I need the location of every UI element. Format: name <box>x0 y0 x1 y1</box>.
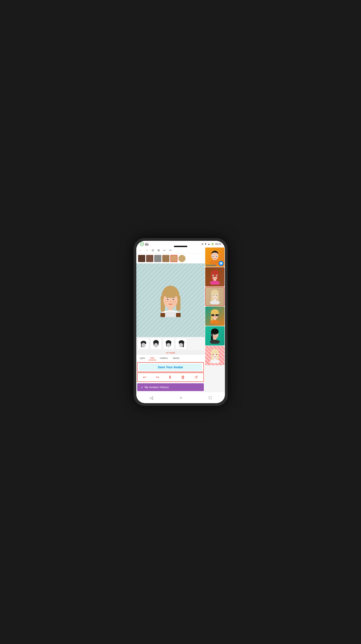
signal-icon: ▲ <box>208 242 210 245</box>
zoom-in-button[interactable]: ⊕ <box>156 248 161 252</box>
speaker <box>174 246 187 247</box>
save-avatar-button[interactable]: Save Your Avatar <box>139 364 202 371</box>
svg-point-83 <box>216 354 217 355</box>
svg-rect-77 <box>217 352 219 360</box>
svg-point-56 <box>212 295 213 296</box>
svg-point-82 <box>212 354 213 355</box>
svg-point-27 <box>167 343 171 348</box>
tab-backs[interactable]: backs <box>171 356 181 360</box>
redo-button[interactable]: ↪ <box>168 248 173 252</box>
avatar-thumb-bg-3 <box>206 287 224 306</box>
tab-eyes[interactable]: eyes <box>138 356 147 360</box>
battery-level: 73 <box>140 242 144 246</box>
hair-option-4[interactable] <box>175 338 187 350</box>
toolbar: ← → ⊖ ⊕ ↩ ↪ <box>136 247 205 254</box>
avatar-thumb-2[interactable] <box>205 267 224 286</box>
avatarium-label: AVATARIUM <box>206 264 218 266</box>
battery-icon: 🔋 <box>211 242 214 246</box>
avatar-thumb-bg-6 <box>205 346 224 365</box>
reset-button[interactable]: ↺ <box>193 374 200 380</box>
share-local-button[interactable]: ↩ <box>141 374 148 380</box>
time-display: 20:23 <box>215 242 221 245</box>
phone-frame: 73 🤖 ⊖ ▼ ▲ 🔋 20:23 ← → <box>134 238 228 406</box>
hair-option-3[interactable] <box>163 338 174 350</box>
phone-inner: 73 🤖 ⊖ ▼ ▲ 🔋 20:23 ← → <box>136 241 225 403</box>
status-left: 73 🤖 <box>140 242 149 246</box>
undo-button[interactable]: ↩ <box>162 248 167 252</box>
screen: 73 🤖 ⊖ ▼ ▲ 🔋 20:23 ← → <box>136 241 225 403</box>
color-swatch-4[interactable] <box>162 255 169 262</box>
svg-point-12 <box>172 298 174 300</box>
svg-point-36 <box>212 256 213 257</box>
svg-point-43 <box>210 281 220 285</box>
history-label: My Avatars History <box>145 386 169 389</box>
download-button[interactable]: ⬇ <box>167 374 173 380</box>
svg-rect-65 <box>214 315 216 315</box>
svg-rect-64 <box>216 314 218 316</box>
svg-point-15 <box>170 301 171 302</box>
hair-selector <box>136 337 205 350</box>
history-icon: ☺ <box>140 386 143 389</box>
avatar-thumb-1[interactable]: AVATARIUM <box>205 248 224 267</box>
color-swatch-6[interactable] <box>178 255 186 262</box>
nav-home-button[interactable]: ○ <box>176 394 186 401</box>
forward-button[interactable]: → <box>144 248 149 252</box>
avatar-thumb-5[interactable] <box>205 326 224 346</box>
color-swatch-5[interactable] <box>170 255 177 262</box>
color-swatches <box>136 254 205 264</box>
wifi-icon: ▼ <box>204 242 207 245</box>
right-panel: AVATARIUM <box>205 247 225 392</box>
on-head-label: on head <box>136 350 205 355</box>
left-panel: ← → ⊖ ⊕ ↩ ↪ <box>136 247 205 392</box>
avatar-thumb-6[interactable] <box>205 346 224 365</box>
color-swatch-2[interactable] <box>146 255 153 262</box>
status-right: ⊖ ▼ ▲ 🔋 20:23 <box>201 242 221 246</box>
svg-rect-6 <box>160 313 165 317</box>
tab-hair[interactable]: hair <box>149 356 156 360</box>
category-tabs: eyes hair clothes backs <box>136 355 205 361</box>
nav-bar: ◁ ○ □ <box>136 392 225 403</box>
avatar-thumb-bg-2 <box>205 267 224 286</box>
avatar-background <box>136 264 205 337</box>
mute-icon: ⊖ <box>201 242 203 246</box>
svg-point-47 <box>216 275 217 276</box>
nav-back-button[interactable]: ◁ <box>146 394 156 402</box>
svg-rect-40 <box>211 274 213 281</box>
tab-clothes[interactable]: clothes <box>158 356 169 360</box>
avatar-thumb-bg-4 <box>205 306 224 326</box>
color-swatch-3[interactable] <box>154 255 161 262</box>
share-external-button[interactable]: ↪ <box>154 374 161 380</box>
avatar-thumb-4[interactable] <box>205 306 224 326</box>
svg-rect-41 <box>217 274 219 280</box>
svg-point-57 <box>216 295 217 296</box>
svg-point-14 <box>173 299 174 299</box>
delete-button[interactable]: 🗑 <box>179 374 187 380</box>
svg-rect-73 <box>214 335 216 335</box>
svg-rect-63 <box>211 314 214 316</box>
svg-point-46 <box>212 275 213 276</box>
messenger-badge <box>219 261 224 266</box>
svg-point-37 <box>216 256 217 257</box>
save-btn-wrapper: Save Your Avatar <box>137 362 204 372</box>
svg-point-21 <box>141 343 145 348</box>
svg-point-11 <box>167 298 169 300</box>
svg-point-23 <box>154 343 158 348</box>
svg-point-13 <box>168 299 168 299</box>
hair-option-2[interactable] <box>150 338 162 350</box>
svg-point-18 <box>173 300 176 302</box>
nav-recent-button[interactable]: □ <box>205 394 215 401</box>
back-button[interactable]: ← <box>138 248 143 252</box>
svg-point-17 <box>165 300 167 302</box>
svg-rect-76 <box>211 352 213 361</box>
svg-rect-7 <box>176 313 181 317</box>
history-button[interactable]: ☺ My Avatars History <box>137 383 204 391</box>
avatar-canvas <box>136 264 205 337</box>
svg-point-30 <box>179 343 183 348</box>
avatar-thumb-bg-5 <box>205 326 224 346</box>
color-swatch-1[interactable] <box>138 255 145 262</box>
zoom-out-button[interactable]: ⊖ <box>151 248 155 252</box>
main-content: ← → ⊖ ⊕ ↩ ↪ <box>136 247 225 392</box>
hair-option-1[interactable] <box>138 338 149 350</box>
avatar-image <box>156 284 185 317</box>
avatar-thumb-3[interactable] <box>205 287 224 306</box>
